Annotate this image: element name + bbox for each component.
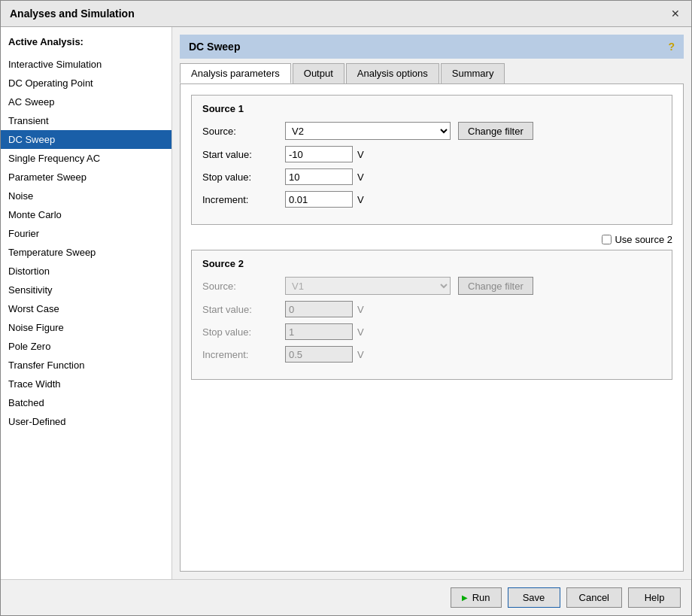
sidebar-item-ac-sweep[interactable]: AC Sweep: [1, 93, 171, 111]
sidebar-item-fourier[interactable]: Fourier: [1, 224, 171, 243]
dialog-body: Active Analysis: Interactive Simulation …: [1, 27, 691, 579]
use-source2-row: Use source 2: [191, 234, 672, 245]
source2-start-unit: V: [357, 304, 364, 315]
source1-stop-label: Stop value:: [202, 171, 285, 183]
source2-increment-row: Increment: V: [202, 346, 661, 363]
sidebar-header: Active Analysis:: [1, 32, 171, 55]
source2-title: Source 2: [202, 258, 661, 269]
source1-stop-unit: V: [357, 171, 364, 183]
source1-increment-label: Increment:: [202, 194, 285, 205]
tabs-bar: Analysis parameters Output Analysis opti…: [180, 63, 684, 84]
sidebar-item-sensitivity[interactable]: Sensitivity: [1, 281, 171, 299]
source2-stop-unit: V: [357, 326, 364, 338]
sidebar-item-noise[interactable]: Noise: [1, 187, 171, 205]
source2-stop-label: Stop value:: [202, 326, 285, 338]
source2-increment-label: Increment:: [202, 349, 285, 360]
sidebar-item-parameter-sweep[interactable]: Parameter Sweep: [1, 168, 171, 187]
source1-source-row: Source: V2 Change filter: [202, 122, 661, 140]
source1-start-row: Start value: V: [202, 146, 661, 162]
sidebar-item-trace-width[interactable]: Trace Width: [1, 375, 171, 393]
use-source2-checkbox[interactable]: [602, 235, 612, 244]
source2-stop-row: Stop value: V: [202, 323, 661, 340]
close-button[interactable]: ✕: [669, 7, 682, 20]
sidebar-item-monte-carlo[interactable]: Monte Carlo: [1, 205, 171, 224]
source1-start-label: Start value:: [202, 149, 285, 160]
run-label: Run: [472, 592, 490, 603]
source1-stop-input[interactable]: [285, 168, 353, 185]
sidebar: Active Analysis: Interactive Simulation …: [1, 27, 172, 579]
sidebar-item-batched[interactable]: Batched: [1, 393, 171, 412]
source2-change-filter-button[interactable]: Change filter: [458, 277, 533, 295]
source1-source-label: Source:: [202, 126, 285, 137]
tab-summary[interactable]: Summary: [441, 63, 505, 83]
sidebar-item-single-frequency-ac[interactable]: Single Frequency AC: [1, 149, 171, 168]
sidebar-item-distortion[interactable]: Distortion: [1, 262, 171, 281]
analyses-simulation-dialog: Analyses and Simulation ✕ Active Analysi…: [0, 0, 692, 616]
source1-change-filter-button[interactable]: Change filter: [458, 122, 533, 140]
run-button[interactable]: ▶ Run: [451, 587, 502, 608]
cancel-button[interactable]: Cancel: [566, 587, 622, 608]
save-button[interactable]: Save: [508, 587, 560, 608]
source2-select-wrapper: V1 Change filter: [285, 277, 533, 295]
sidebar-item-worst-case[interactable]: Worst Case: [1, 299, 171, 318]
panel-header: DC Sweep ?: [180, 35, 684, 59]
source2-increment-input[interactable]: [285, 346, 353, 363]
panel-help-icon[interactable]: ?: [668, 41, 675, 53]
title-bar: Analyses and Simulation ✕: [1, 1, 691, 27]
source2-source-select[interactable]: V1: [285, 277, 451, 295]
sidebar-item-user-defined[interactable]: User-Defined: [1, 412, 171, 431]
help-button[interactable]: Help: [628, 587, 681, 608]
sidebar-item-noise-figure[interactable]: Noise Figure: [1, 318, 171, 337]
use-source2-label: Use source 2: [615, 234, 672, 245]
source2-group: Source 2 Source: V1 Change filter Start …: [191, 250, 672, 380]
source1-group: Source 1 Source: V2 Change filter Start …: [191, 95, 672, 225]
sidebar-item-transient[interactable]: Transient: [1, 111, 171, 130]
source1-increment-input[interactable]: [285, 191, 353, 208]
source2-start-label: Start value:: [202, 304, 285, 315]
source1-select-wrapper: V2 Change filter: [285, 122, 533, 140]
source1-start-input[interactable]: [285, 146, 353, 162]
sidebar-item-pole-zero[interactable]: Pole Zero: [1, 337, 171, 356]
tab-analysis-parameters[interactable]: Analysis parameters: [180, 63, 291, 83]
source2-start-input[interactable]: [285, 301, 353, 317]
source2-stop-input[interactable]: [285, 323, 353, 340]
sidebar-item-dc-operating-point[interactable]: DC Operating Point: [1, 74, 171, 93]
source1-title: Source 1: [202, 103, 661, 114]
source2-source-row: Source: V1 Change filter: [202, 277, 661, 295]
sidebar-item-dc-sweep[interactable]: DC Sweep: [1, 130, 171, 149]
source2-source-label: Source:: [202, 281, 285, 292]
tab-analysis-options[interactable]: Analysis options: [346, 63, 439, 83]
source1-increment-row: Increment: V: [202, 191, 661, 208]
source1-start-unit: V: [357, 149, 364, 160]
source2-increment-unit: V: [357, 349, 364, 360]
source1-source-select[interactable]: V2: [285, 122, 451, 140]
tab-content-analysis-parameters: Source 1 Source: V2 Change filter Start …: [180, 84, 684, 572]
tab-output[interactable]: Output: [293, 63, 344, 83]
panel-title: DC Sweep: [189, 41, 240, 53]
source1-increment-unit: V: [357, 194, 364, 205]
dialog-footer: ▶ Run Save Cancel Help: [1, 579, 691, 615]
sidebar-item-interactive-simulation[interactable]: Interactive Simulation: [1, 55, 171, 74]
dialog-title: Analyses and Simulation: [10, 8, 135, 20]
source1-stop-row: Stop value: V: [202, 168, 661, 185]
sidebar-item-transfer-function[interactable]: Transfer Function: [1, 356, 171, 375]
run-icon: ▶: [462, 593, 468, 602]
sidebar-item-temperature-sweep[interactable]: Temperature Sweep: [1, 243, 171, 262]
main-content: DC Sweep ? Analysis parameters Output An…: [172, 27, 691, 579]
source2-start-row: Start value: V: [202, 301, 661, 317]
